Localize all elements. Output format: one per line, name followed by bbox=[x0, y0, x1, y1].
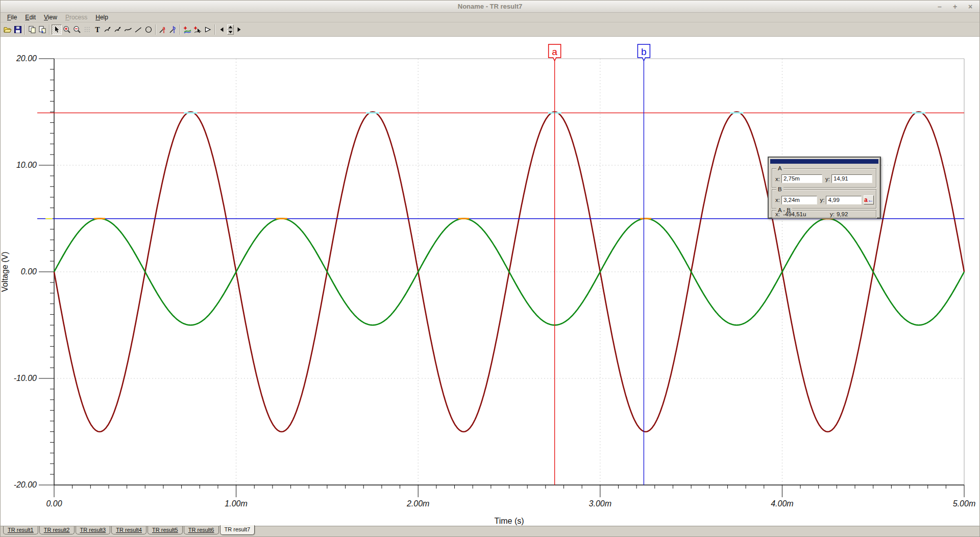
ellipse-icon bbox=[144, 25, 153, 34]
svg-text:-10.00: -10.00 bbox=[14, 374, 37, 382]
toolbar-separator bbox=[24, 24, 26, 35]
text-tool-button[interactable]: T bbox=[92, 24, 103, 35]
toolbar-separator bbox=[155, 24, 156, 35]
page-spinner[interactable] bbox=[227, 24, 234, 35]
cursor-a-icon: a bbox=[159, 25, 167, 34]
menubar: File Edit View Process Help bbox=[1, 13, 979, 22]
ab-x-label: x: bbox=[775, 211, 780, 217]
paste-button[interactable] bbox=[37, 24, 47, 35]
menu-help[interactable]: Help bbox=[92, 13, 112, 21]
line-tool-button[interactable] bbox=[133, 24, 143, 35]
zoom-out-icon bbox=[73, 25, 81, 34]
smooth-curve-button[interactable] bbox=[123, 24, 133, 35]
b-y-label: y: bbox=[820, 197, 825, 203]
panel-titlebar[interactable] bbox=[770, 159, 878, 164]
minimize-icon[interactable]: – bbox=[936, 1, 944, 13]
save-button[interactable] bbox=[13, 24, 23, 35]
pointer-icon bbox=[53, 25, 61, 34]
spinner-down-icon[interactable] bbox=[227, 30, 234, 35]
grid-icon bbox=[83, 25, 91, 34]
zoom-in-button[interactable] bbox=[62, 24, 72, 35]
cursor-values-panel[interactable]: A x: 2,75m y: 14,91 B x: 3,24m y: 4,99 a… bbox=[768, 157, 881, 219]
tab-tr-result1[interactable]: TR result1 bbox=[3, 526, 38, 534]
select-pointer-button[interactable] bbox=[52, 24, 62, 35]
copy-icon bbox=[28, 25, 36, 34]
add-marker-icon bbox=[193, 25, 202, 34]
left-arrow-icon bbox=[218, 25, 226, 34]
maximize-icon[interactable]: + bbox=[951, 1, 959, 13]
zoom-in-icon bbox=[63, 25, 71, 34]
cursor-b-group-label: B bbox=[776, 186, 783, 192]
copy-button[interactable] bbox=[27, 24, 37, 35]
tab-tr-result5[interactable]: TR result5 bbox=[148, 526, 183, 534]
tab-tr-result4[interactable]: TR result4 bbox=[111, 526, 146, 534]
tr-result-plot[interactable]: 0.001.00m2.00m3.00m4.00m5.00m20.0010.000… bbox=[1, 37, 980, 527]
menu-process[interactable]: Process bbox=[62, 13, 91, 21]
open-file-button[interactable] bbox=[3, 24, 13, 35]
svg-text:0.00: 0.00 bbox=[21, 267, 37, 276]
tab-tr-result3[interactable]: TR result3 bbox=[76, 526, 111, 534]
line-icon bbox=[134, 25, 142, 34]
prev-page-button[interactable] bbox=[217, 24, 227, 35]
smooth-curve-icon bbox=[124, 25, 132, 34]
svg-text:-20.00: -20.00 bbox=[14, 480, 37, 489]
tab-tr-result7[interactable]: TR result7 bbox=[220, 525, 255, 535]
text-icon: T bbox=[93, 25, 102, 34]
toolbar: T a b bbox=[1, 22, 979, 37]
tab-tr-result6[interactable]: TR result6 bbox=[184, 526, 219, 534]
grid-button[interactable] bbox=[82, 24, 92, 35]
curve-2-trace[interactable] bbox=[54, 219, 964, 325]
zoom-out-button[interactable] bbox=[72, 24, 82, 35]
jump-to-a-button[interactable]: a← bbox=[864, 195, 874, 204]
draw-curve-button[interactable] bbox=[103, 24, 113, 35]
menu-edit[interactable]: Edit bbox=[21, 13, 39, 21]
svg-text:0.00: 0.00 bbox=[46, 499, 62, 508]
cursor-b-group: B x: 3,24m y: 4,99 a← bbox=[772, 189, 876, 209]
cursor-a-flag[interactable]: a bbox=[549, 44, 561, 61]
add-curves-button[interactable] bbox=[182, 24, 192, 35]
toolbar-separator bbox=[214, 24, 215, 35]
cursor-b-button[interactable]: b bbox=[168, 24, 178, 35]
b-y-field[interactable]: 4,99 bbox=[826, 196, 862, 204]
toolbar-separator bbox=[180, 24, 181, 35]
draw-curve-2-button[interactable] bbox=[113, 24, 123, 35]
svg-text:T: T bbox=[95, 25, 100, 33]
cursor-ab-group: A - B x: -494,51u y: 9,92 bbox=[772, 210, 876, 218]
add-marker-button[interactable] bbox=[192, 24, 203, 35]
a-y-field[interactable]: 14,91 bbox=[831, 174, 872, 183]
paste-icon bbox=[38, 25, 46, 34]
cursor-a-button[interactable]: a bbox=[158, 24, 168, 35]
ellipse-tool-button[interactable] bbox=[143, 24, 154, 35]
menu-file[interactable]: File bbox=[4, 13, 20, 21]
open-folder-icon bbox=[4, 25, 12, 34]
a-y-label: y: bbox=[825, 176, 830, 182]
tab-tr-result2[interactable]: TR result2 bbox=[39, 526, 75, 534]
curve-arrow-icon bbox=[104, 25, 112, 34]
legend-flag-button[interactable] bbox=[203, 24, 213, 35]
spinner-up-icon[interactable] bbox=[227, 24, 234, 30]
cursor-a-group-label: A bbox=[776, 165, 783, 171]
svg-text:a: a bbox=[552, 46, 557, 57]
svg-text:3.00m: 3.00m bbox=[589, 499, 611, 508]
titlebar[interactable]: Noname - TR result7 – + × bbox=[1, 1, 979, 13]
right-arrow-icon bbox=[235, 25, 243, 34]
menu-view[interactable]: View bbox=[40, 13, 61, 21]
window-title: Noname - TR result7 bbox=[458, 3, 522, 10]
svg-text:b: b bbox=[641, 46, 647, 57]
result-tab-bar: TR result1 TR result2 TR result3 TR resu… bbox=[1, 526, 979, 536]
cursor-b-icon: b bbox=[169, 25, 177, 34]
a-x-label: x: bbox=[775, 176, 780, 182]
svg-text:20.00: 20.00 bbox=[16, 54, 37, 63]
add-curves-icon bbox=[183, 25, 191, 34]
cursor-b-flag[interactable]: b bbox=[638, 44, 650, 61]
a-x-field[interactable]: 2,75m bbox=[781, 174, 822, 183]
svg-text:10.00: 10.00 bbox=[16, 161, 37, 169]
svg-text:b: b bbox=[173, 25, 176, 31]
plot-area[interactable]: 0.001.00m2.00m3.00m4.00m5.00m20.0010.000… bbox=[1, 37, 979, 526]
close-icon[interactable]: × bbox=[966, 1, 974, 13]
flag-icon bbox=[204, 25, 212, 34]
b-x-field[interactable]: 3,24m bbox=[781, 196, 817, 204]
next-page-button[interactable] bbox=[234, 24, 244, 35]
toolbar-separator bbox=[49, 24, 50, 35]
svg-text:4.00m: 4.00m bbox=[771, 499, 793, 508]
